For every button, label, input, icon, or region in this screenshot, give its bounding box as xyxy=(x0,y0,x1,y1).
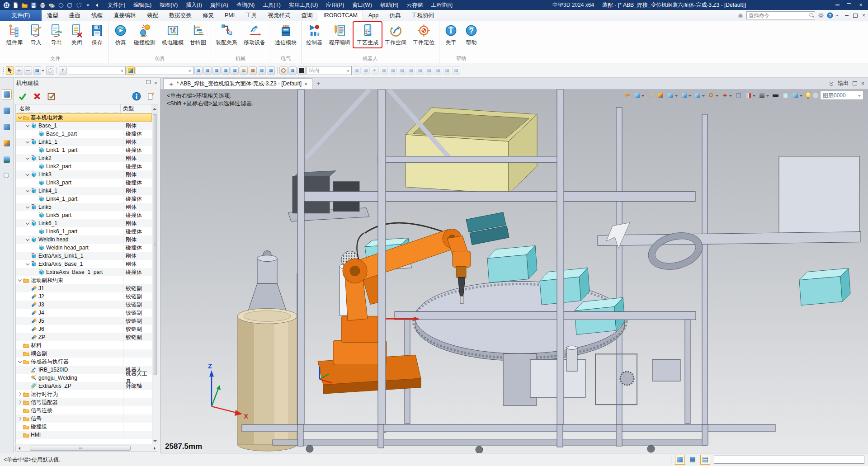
scroll-right-icon[interactable] xyxy=(151,445,158,451)
expander-icon[interactable] xyxy=(24,325,30,333)
expander-icon[interactable] xyxy=(17,423,23,431)
render-monitor-icon[interactable] xyxy=(758,91,766,100)
selection-set-dropdown[interactable] xyxy=(136,66,193,75)
ribbon-button-workpiece-locate[interactable]: 工件定位 xyxy=(410,22,438,47)
expander-icon[interactable] xyxy=(24,154,30,162)
tree-row[interactable]: Link3_part 碰撞体 xyxy=(16,179,152,187)
menu-item[interactable]: 云存储 xyxy=(402,0,427,10)
ribbon-button-comm-module[interactable]: 通信模块 xyxy=(272,22,300,47)
ribbon-button-process-generate[interactable]: 工艺生成 xyxy=(354,22,382,47)
material-image-icon[interactable] xyxy=(249,66,257,75)
tree-row[interactable]: Base_1 刚体 xyxy=(16,122,152,130)
ribbon-tab[interactable]: 直接编辑 xyxy=(108,10,142,21)
tree-row[interactable]: Link6_1_part 碰撞体 xyxy=(16,227,152,235)
expander-icon[interactable] xyxy=(17,358,23,366)
tree-row[interactable]: 信号适配器 xyxy=(16,398,152,406)
select-filter-icon[interactable] xyxy=(6,66,14,75)
tree-row[interactable]: J1 铰链副 xyxy=(16,284,152,292)
tree-row[interactable]: Link2 刚体 xyxy=(16,154,152,162)
doc-minimize-icon[interactable] xyxy=(845,15,849,16)
ribbon-tab[interactable]: 修复 xyxy=(197,10,219,21)
expander-icon[interactable] xyxy=(32,130,38,138)
tree-row[interactable]: 材料 xyxy=(16,341,152,349)
menu-item[interactable]: 视图(V) xyxy=(156,0,182,10)
expander-icon[interactable] xyxy=(24,366,30,374)
status-input[interactable] xyxy=(714,456,864,464)
ribbon-button-help[interactable]: 帮助 xyxy=(461,22,481,47)
gear-icon[interactable] xyxy=(818,12,824,19)
redo-icon[interactable] xyxy=(66,1,74,9)
rotate-ccw-icon[interactable] xyxy=(279,66,288,75)
panel-close-icon[interactable]: × xyxy=(154,80,157,86)
ribbon-tab[interactable]: IROBOTCAM xyxy=(318,10,363,21)
tree-row[interactable]: J5 铰链副 xyxy=(16,317,152,325)
shaded-mode-icon[interactable] xyxy=(791,91,800,100)
remove-icon[interactable] xyxy=(24,66,32,75)
curve-handle-icon[interactable] xyxy=(288,66,297,75)
background-bar-icon[interactable] xyxy=(771,91,780,100)
box-plus-icon[interactable] xyxy=(33,66,41,75)
align-a-icon[interactable] xyxy=(194,66,203,75)
ribbon-button-component-library[interactable]: 组件库 xyxy=(3,22,26,47)
menu-item[interactable]: 窗口(W) xyxy=(348,0,376,10)
info-icon[interactable] xyxy=(131,91,142,102)
print-icon[interactable] xyxy=(39,1,47,9)
expander-icon[interactable] xyxy=(24,252,30,260)
output-restore-icon[interactable] xyxy=(853,81,857,85)
ribbon-tab[interactable]: 查询 xyxy=(296,10,318,21)
ribbon-tab[interactable]: 工具 xyxy=(240,10,262,21)
analysis-chart-icon[interactable] xyxy=(267,66,275,75)
section-view-icon[interactable] xyxy=(744,91,753,100)
panel-restore-icon[interactable] xyxy=(146,80,151,86)
cancel-icon[interactable] xyxy=(32,91,42,102)
ribbon-tab[interactable]: 线框 xyxy=(86,10,108,21)
tree-row[interactable]: HMI xyxy=(16,431,152,439)
tree-horizontal-scrollbar[interactable] xyxy=(15,445,158,452)
tree-row[interactable]: Base_1_part 碰撞体 xyxy=(16,130,152,138)
expander-icon[interactable] xyxy=(24,301,30,309)
menu-item[interactable]: 实用工具(U) xyxy=(285,0,322,10)
lasso-icon[interactable] xyxy=(46,66,54,75)
save-file-icon[interactable] xyxy=(30,1,38,9)
tree-row[interactable]: J2 铰链副 xyxy=(16,292,152,301)
scrollbar-thumb[interactable] xyxy=(153,114,157,375)
close-icon[interactable]: × xyxy=(858,2,863,8)
circle-tool-icon[interactable] xyxy=(416,66,424,75)
layer-bulb-icon[interactable] xyxy=(805,91,811,99)
tree-row[interactable]: 基本机电对象 xyxy=(16,113,152,122)
ribbon-button-import[interactable]: 导入 xyxy=(26,22,46,47)
chevron-down-icon[interactable] xyxy=(836,15,839,18)
open-file-icon[interactable] xyxy=(21,1,28,9)
pick-arrow-icon[interactable] xyxy=(353,66,361,75)
add-icon[interactable] xyxy=(15,66,23,75)
ribbon-button-close-doc[interactable]: 关闭 xyxy=(66,22,87,47)
zoom-loupe-icon[interactable] xyxy=(707,91,716,100)
solid-cube-icon[interactable] xyxy=(693,91,702,100)
expander-icon[interactable] xyxy=(24,284,30,292)
expander-icon[interactable] xyxy=(24,170,30,179)
document-tab[interactable]: ＋ * ABB_焊接_变位机组装六面体-完成-3.Z3 - [Default] … xyxy=(163,78,312,89)
confirm-icon[interactable] xyxy=(17,91,28,102)
search-input[interactable] xyxy=(747,13,808,18)
spline-tool-icon[interactable] xyxy=(425,66,433,75)
manager-tab-icon[interactable] xyxy=(2,106,12,116)
tree-row[interactable]: ExtraAxis_Link1_1 刚体 xyxy=(16,252,152,260)
expander-icon[interactable] xyxy=(24,382,30,390)
expander-icon[interactable] xyxy=(32,211,38,219)
ribbon-tab[interactable]: 装配 xyxy=(142,10,164,21)
visual-tab-icon[interactable] xyxy=(2,155,12,165)
point-dots-icon[interactable] xyxy=(380,66,388,75)
ribbon-button-collision[interactable]: 碰撞检测 xyxy=(131,22,159,47)
tree-row[interactable]: gongju_Welding 机器人工具 xyxy=(16,374,152,382)
menu-item[interactable]: 查询(N) xyxy=(232,0,259,10)
layer-dropdown[interactable]: 图层0000 xyxy=(820,91,863,100)
sep-icon[interactable] xyxy=(55,66,58,75)
shaded-cube-icon[interactable] xyxy=(666,91,675,100)
pencil-edit-icon[interactable] xyxy=(646,91,655,100)
ribbon-tab[interactable]: 数据交换 xyxy=(164,10,197,21)
expander-icon[interactable] xyxy=(17,276,23,284)
filter-funnel-icon[interactable] xyxy=(59,66,67,75)
tree-row[interactable]: 耦合副 xyxy=(16,349,152,358)
panel-toggle-icon[interactable] xyxy=(675,455,685,465)
tree-row[interactable]: 运动副和约束 xyxy=(16,276,152,284)
